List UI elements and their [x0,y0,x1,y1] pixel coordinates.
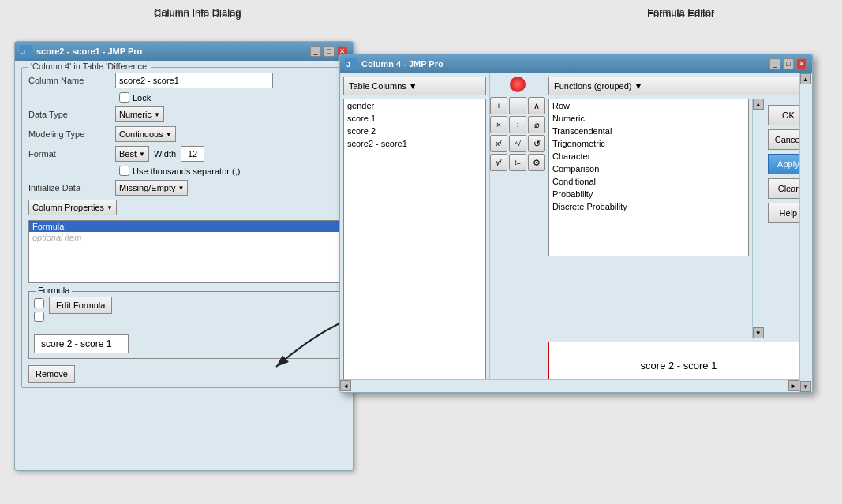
functions-list[interactable]: Row Numeric Transcendental Trigonometric… [548,99,749,256]
scroll-up-button[interactable]: ▲ [753,99,764,110]
jmp-icon: J [345,58,357,70]
col-info-title: score2 - score1 - JMP Pro [36,47,310,56]
list-item[interactable]: Comparison [549,162,748,175]
properties-listbox[interactable]: Formula optional item [28,220,339,283]
formula-editor-label-text: Formula Editor [647,8,714,20]
functions-label: Functions (grouped) [554,81,631,91]
lock-row: Lock [119,92,339,103]
calc-buttons-grid: + − ∧ × ÷ ⌀ x/ ʸ√ ↺ y/ t= ⚙ [490,97,545,190]
formula-expression: score 2 - score 1 [641,360,717,371]
dialog-hscrollbar: ◄ ► [340,379,799,392]
svg-text:J: J [346,61,350,69]
col-props-label: Column Properties [32,203,104,212]
data-type-label: Data Type [28,110,115,119]
calc-circle-button[interactable]: ⌀ [528,116,545,133]
list-item[interactable]: Formula [29,221,339,232]
thousands-sep-label: Use thousands separator (,) [133,166,240,176]
formula-checkbox-2[interactable] [34,312,44,322]
maximize-button[interactable]: □ [783,58,794,69]
dropdown-arrow-icon: ▼ [634,81,642,91]
calc-multiply-button[interactable]: × [490,116,507,133]
modeling-type-value: Continuous [119,129,163,139]
list-item[interactable]: score 1 [344,112,485,125]
list-item[interactable]: Probability [549,188,748,200]
list-item[interactable]: optional item [29,232,339,243]
calculator-panel: + − ∧ × ÷ ⌀ x/ ʸ√ ↺ y/ t= ⚙ [490,73,545,392]
table-columns-header[interactable]: Table Columns ▼ [343,77,486,95]
dialog-scroll-up[interactable]: ▲ [800,73,811,84]
thousands-sep-row: Use thousands separator (,) [119,166,339,176]
thousands-sep-checkbox[interactable] [119,166,129,176]
dropdown-arrow-icon: ▼ [166,131,172,138]
calc-subscript-button[interactable]: y/ [490,154,507,171]
dropdown-arrow-icon: ▼ [107,204,113,211]
list-item[interactable]: Character [549,150,748,162]
calc-gear-button[interactable]: ⚙ [528,154,545,171]
column-name-row: Column Name [28,73,339,88]
formula-checkbox-1[interactable] [34,298,44,308]
dropdown-arrow-icon: ▼ [154,111,160,118]
edit-formula-button[interactable]: Edit Formula [49,297,112,314]
remove-button[interactable]: Remove [28,365,75,383]
formula-group-title: Formula [36,286,72,295]
formula-editor-dialog: J Column 4 - JMP Pro _ □ ✕ Table Columns… [339,54,813,393]
col-props-row: Column Properties ▼ [28,200,339,215]
lock-label: Lock [133,93,151,103]
formula-editor-title: Column 4 - JMP Pro [361,59,769,69]
format-dropdown[interactable]: Best ▼ [115,146,149,162]
init-data-dropdown[interactable]: Missing/Empty ▼ [115,180,188,196]
calc-subtract-button[interactable]: − [509,97,526,114]
calc-frac-button[interactable]: x/ [490,135,507,152]
dialog-scroll-right[interactable]: ► [788,380,799,391]
close-button[interactable]: ✕ [796,58,807,69]
lock-checkbox[interactable] [119,92,129,103]
list-item[interactable]: Trigonometric [549,137,748,150]
calc-add-button[interactable]: + [490,97,507,114]
formula-inner: Edit Formula [34,297,334,322]
list-item[interactable]: gender [344,99,485,112]
minimize-button[interactable]: _ [769,58,780,69]
init-data-label: Initialize Data [28,183,115,192]
formula-display: score 2 - score 1 [34,334,129,353]
functions-scrollbar: ▲ ▼ [752,99,765,338]
width-input[interactable] [181,146,204,162]
list-item[interactable]: Discrete Probability [549,200,748,213]
list-item[interactable]: score2 - score1 [344,137,485,150]
list-item[interactable]: score 2 [344,125,485,137]
formula-checkboxes [34,298,44,322]
minimize-button[interactable]: _ [310,46,321,57]
list-item[interactable]: Transcendental [549,125,748,137]
dialog-scroll-down[interactable]: ▼ [800,381,811,392]
table-columns-list[interactable]: gender score 1 score 2 score2 - score1 [343,99,486,392]
data-type-row: Data Type Numeric ▼ [28,106,339,122]
dialog-scroll-left[interactable]: ◄ [340,380,351,391]
calc-power-button[interactable]: ∧ [528,97,545,114]
formula-editor-titlebar: J Column 4 - JMP Pro _ □ ✕ [340,54,812,73]
modeling-type-dropdown[interactable]: Continuous ▼ [115,126,176,142]
maximize-button[interactable]: □ [324,46,335,57]
formula-editor-window-controls: _ □ ✕ [769,58,807,69]
calc-root-button[interactable]: ʸ√ [509,135,526,152]
list-item[interactable]: Conditional [549,175,748,188]
list-item[interactable]: Numeric [549,112,748,125]
calc-rotate-button[interactable]: ↺ [528,135,545,152]
calc-divide-button[interactable]: ÷ [509,116,526,133]
col-props-dropdown[interactable]: Column Properties ▼ [28,200,117,215]
scroll-down-button[interactable]: ▼ [753,327,764,338]
formula-group: Formula Edit Formula score 2 - score 1 [28,291,339,359]
functions-header[interactable]: Functions (grouped) ▼ [548,77,809,95]
table-columns-panel: Table Columns ▼ gender score 1 score 2 s… [340,73,490,392]
format-value: Best [119,149,137,159]
calc-equals-button[interactable]: t= [509,154,526,171]
formula-editor-body: Table Columns ▼ gender score 1 score 2 s… [340,73,812,392]
format-label: Format [28,149,115,159]
red-circle-indicator [510,77,526,92]
col-info-body: 'Column 4' in Table 'Difference' Column … [15,61,353,401]
col-info-label-text: Column Info Dialog [154,8,241,20]
list-item[interactable]: Row [549,99,748,112]
width-label: Width [154,149,176,159]
column-group-box: 'Column 4' in Table 'Difference' Column … [21,67,346,388]
column-name-input[interactable] [115,73,273,88]
data-type-value: Numeric [119,110,152,119]
data-type-dropdown[interactable]: Numeric ▼ [115,106,164,122]
